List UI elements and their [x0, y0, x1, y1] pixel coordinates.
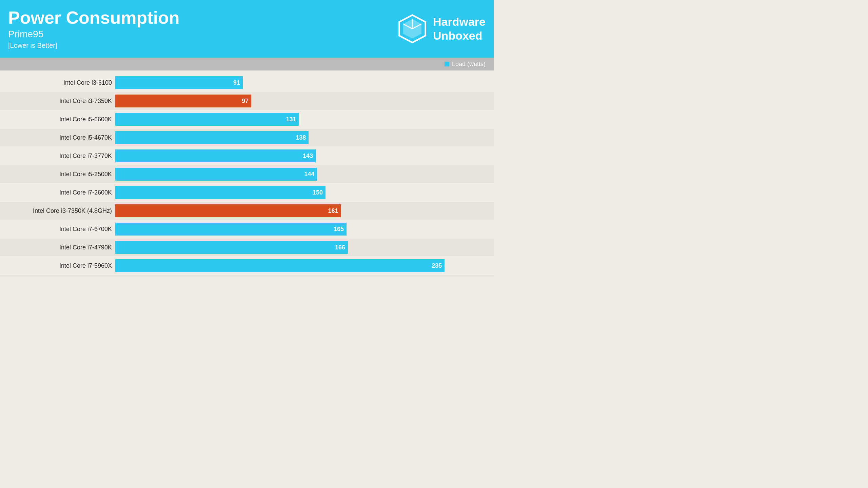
bar: 161 [115, 204, 341, 217]
bar-label: Intel Core i7-4790K [0, 244, 115, 251]
bar-value: 91 [233, 79, 240, 86]
bar-row: Intel Core i5-2500K144 [0, 165, 494, 183]
bar-container: 150 [115, 186, 494, 199]
chart-title: Power Consumption [8, 8, 180, 27]
bar-container: 138 [115, 131, 494, 144]
bar-container: 144 [115, 168, 494, 181]
bar: 131 [115, 113, 299, 126]
bar: 91 [115, 76, 243, 89]
bar: 97 [115, 95, 251, 107]
bar-row: Intel Core i5-4670K138 [0, 129, 494, 146]
bar: 150 [115, 186, 326, 199]
bar-value: 144 [304, 171, 314, 178]
bar-label: Intel Core i7-6700K [0, 226, 115, 233]
bar: 138 [115, 131, 309, 144]
logo-text: HardwareUnboxed [433, 15, 486, 43]
bar-container: 166 [115, 241, 494, 254]
bar-container: 143 [115, 149, 494, 162]
bar: 165 [115, 223, 347, 236]
bar-value: 165 [334, 226, 344, 233]
bar-label: Intel Core i5-2500K [0, 171, 115, 178]
legend-label: Load (watts) [452, 61, 486, 68]
bar-label: Intel Core i3-7350K [0, 98, 115, 105]
bar-value: 138 [296, 134, 306, 141]
header: Power Consumption Prime95 [Lower is Bett… [0, 0, 494, 58]
legend-bar: Load (watts) [0, 58, 494, 70]
bar: 166 [115, 241, 348, 254]
bar-container: 97 [115, 95, 494, 107]
bar-label: Intel Core i5-4670K [0, 134, 115, 141]
bar-value: 143 [303, 152, 313, 160]
bar-container: 165 [115, 223, 494, 236]
bar-row: Intel Core i7-3770K143 [0, 147, 494, 165]
bar-value: 97 [242, 98, 249, 105]
bar-label: Intel Core i5-6600K [0, 116, 115, 123]
bar: 143 [115, 149, 316, 162]
bar-label: Intel Core i7-3770K [0, 152, 115, 160]
chart-area: Intel Core i3-610091Intel Core i3-7350K9… [0, 70, 494, 277]
bar-value: 235 [432, 262, 442, 269]
bar-row: Intel Core i3-7350K (4.8GHz)161 [0, 202, 494, 220]
bar-container: 161 [115, 204, 494, 217]
bar-row: Intel Core i3-7350K97 [0, 92, 494, 110]
bar: 144 [115, 168, 317, 181]
bar-label: Intel Core i7-5960X [0, 262, 115, 269]
bar-container: 91 [115, 76, 494, 89]
bar-label: Intel Core i3-7350K (4.8GHz) [0, 207, 115, 215]
bar-row: Intel Core i5-6600K131 [0, 110, 494, 128]
bar-row: Intel Core i3-610091 [0, 74, 494, 92]
legend-dot [445, 62, 449, 66]
logo-area: HardwareUnboxed [397, 14, 486, 44]
header-left: Power Consumption Prime95 [Lower is Bett… [8, 8, 180, 49]
bar-value: 131 [286, 116, 296, 123]
bar-value: 166 [335, 244, 345, 251]
bar-row: Intel Core i7-6700K165 [0, 220, 494, 238]
chart-note: [Lower is Better] [8, 42, 180, 49]
bar-container: 235 [115, 259, 494, 272]
bar-row: AMD FX-8370254 [0, 275, 494, 277]
bar-row: Intel Core i7-4790K166 [0, 239, 494, 256]
logo-icon [397, 14, 428, 44]
chart-subtitle: Prime95 [8, 29, 180, 40]
bar-label: Intel Core i3-6100 [0, 79, 115, 86]
bar-value: 161 [328, 207, 338, 215]
bar: 235 [115, 259, 445, 272]
bar-row: Intel Core i7-2600K150 [0, 184, 494, 201]
bar-value: 150 [313, 189, 323, 196]
bar-label: Intel Core i7-2600K [0, 189, 115, 196]
bar-container: 131 [115, 113, 494, 126]
bar-row: Intel Core i7-5960X235 [0, 257, 494, 274]
